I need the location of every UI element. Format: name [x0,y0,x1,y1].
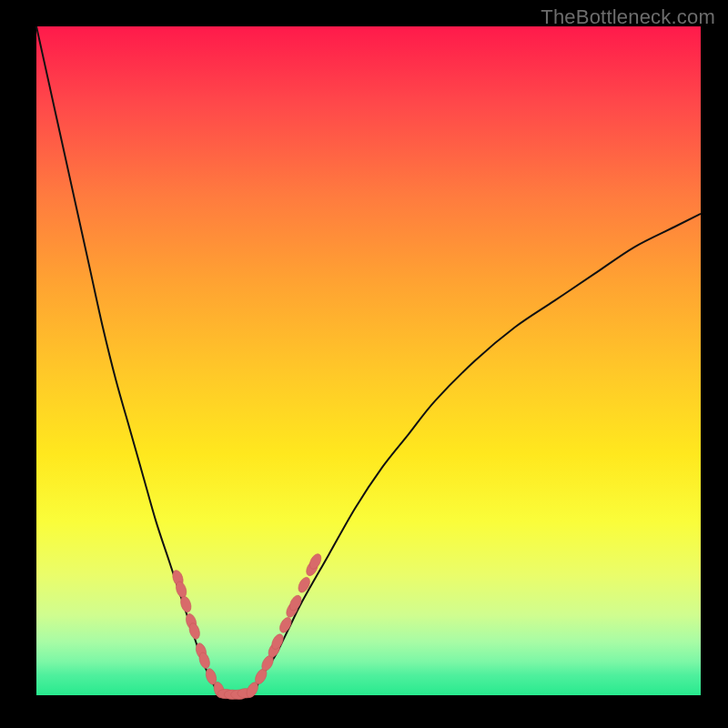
curve-dot [296,575,312,594]
curve-right [249,214,701,695]
dot-layer [171,552,324,700]
chart-stage: TheBottleneck.com [0,0,728,728]
curve-left [36,26,222,695]
curves-svg [36,26,701,695]
plot-area [36,26,701,695]
